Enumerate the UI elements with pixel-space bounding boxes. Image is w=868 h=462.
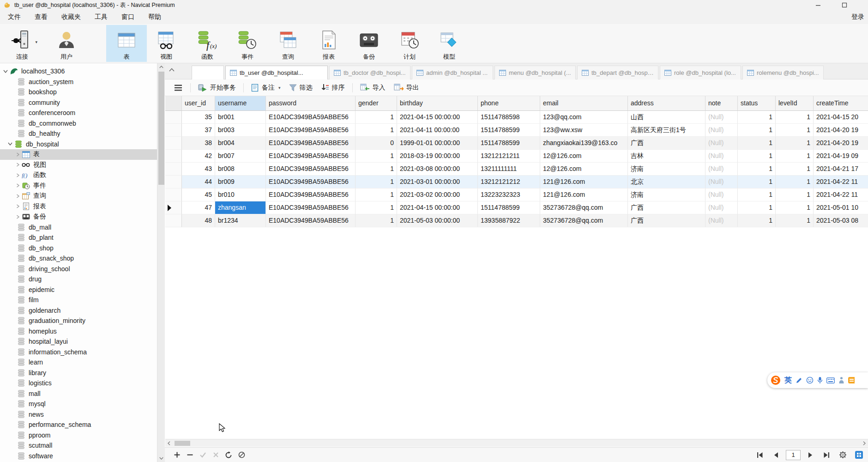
expander-icon[interactable] — [2, 69, 9, 73]
menu-收藏夹[interactable]: 收藏夹 — [54, 10, 88, 24]
cell-phone[interactable]: 13223232323 — [478, 188, 540, 201]
toolbar-connection-button[interactable]: ▾连接 — [2, 25, 42, 62]
cell-username[interactable]: br003 — [215, 124, 266, 137]
cell-username[interactable]: br010 — [215, 188, 266, 201]
tree-item-localhost_3306[interactable]: localhost_3306 — [0, 66, 157, 77]
column-header-levelId[interactable]: levelId — [776, 96, 814, 111]
next-record-button[interactable] — [804, 450, 817, 461]
tree-item-conferenceroom[interactable]: conferenceroom — [0, 108, 157, 118]
tree-item-报表[interactable]: 报表 — [0, 201, 157, 212]
tree-item-information_schema[interactable]: information_schema — [0, 347, 157, 358]
cell-status[interactable]: 1 — [738, 214, 776, 227]
cell-note[interactable]: (Null) — [705, 188, 738, 201]
cell-user_id[interactable]: 38 — [182, 137, 215, 150]
toolbar-table-button[interactable]: 表 — [106, 25, 147, 62]
row-gutter[interactable] — [165, 137, 182, 150]
row-gutter[interactable] — [165, 111, 182, 124]
cell-email[interactable]: 123@qq.com — [540, 111, 628, 124]
cell-address[interactable]: 北京 — [628, 176, 705, 188]
apply-changes-button[interactable] — [196, 450, 209, 461]
ime-microphone-icon[interactable] — [817, 377, 823, 384]
cell-createTime[interactable]: 2021-05-01 10 — [814, 201, 868, 214]
tree-item-db_plant[interactable]: db_plant — [0, 232, 157, 243]
cell-levelId[interactable]: 1 — [776, 188, 814, 201]
cell-address[interactable]: 广西 — [628, 214, 705, 227]
cell-birthday[interactable]: 2021-03-02 00:00:00 — [397, 188, 478, 201]
cell-user_id[interactable]: 35 — [182, 111, 215, 124]
cell-status[interactable]: 1 — [738, 137, 776, 150]
ime-keyboard-icon[interactable] — [826, 377, 835, 383]
expander-icon[interactable] — [6, 142, 14, 146]
cell-address[interactable]: 广西 — [628, 201, 705, 214]
tree-item-db_healthy[interactable]: db_healthy — [0, 128, 157, 139]
cell-password[interactable]: E10ADC3949BA59ABBE56 — [266, 176, 356, 188]
stop-button[interactable] — [235, 450, 248, 461]
cell-email[interactable]: 12@126.com — [540, 163, 628, 176]
cell-username[interactable]: zhangsan — [215, 201, 266, 214]
cell-birthday[interactable]: 2021-04-11 00:00:00 — [397, 124, 478, 137]
toolbar-view-button[interactable]: 视图 — [146, 25, 187, 62]
column-header-email[interactable]: email — [540, 96, 628, 111]
tree-item-software[interactable]: software — [0, 451, 157, 462]
scroll-right-icon[interactable] — [861, 440, 868, 447]
add-record-button[interactable] — [170, 450, 183, 461]
cell-user_id[interactable]: 47 — [182, 201, 215, 214]
备注-button[interactable]: 备注▾ — [247, 81, 285, 94]
expander-icon[interactable] — [14, 183, 21, 188]
cell-status[interactable]: 1 — [738, 188, 776, 201]
tree-item-db_snack_shop[interactable]: db_snack_shop — [0, 253, 157, 264]
tab-rolemenu[interactable]: rolemenu @db_hospi... — [742, 66, 824, 79]
row-gutter[interactable] — [165, 214, 182, 227]
cell-user_id[interactable]: 42 — [182, 150, 215, 163]
cell-levelId[interactable]: 1 — [776, 214, 814, 227]
tab-menu[interactable]: menu @db_hospital (... — [494, 66, 576, 79]
column-header-birthday[interactable]: birthday — [397, 96, 478, 111]
tree-item-news[interactable]: news — [0, 409, 157, 420]
expander-icon[interactable] — [14, 163, 21, 167]
cell-email[interactable]: zhangxiaokai139@163.co — [540, 137, 628, 150]
cell-status[interactable]: 1 — [738, 176, 776, 188]
toolbar-schedule-button[interactable]: 计划 — [389, 25, 430, 62]
tree-item-community[interactable]: community — [0, 97, 157, 108]
column-header-note[interactable]: note — [705, 96, 738, 111]
导出-button[interactable]: 导出 — [390, 81, 423, 94]
筛选-button[interactable]: 筛选 — [285, 81, 317, 94]
cell-password[interactable]: E10ADC3949BA59ABBE56 — [266, 150, 356, 163]
collapse-tabs-icon[interactable] — [169, 68, 175, 72]
cell-levelId[interactable]: 1 — [776, 150, 814, 163]
tab-tb_user[interactable]: tb_user @db_hospital... — [225, 66, 328, 79]
tree-item-graduation_minority[interactable]: graduation_minority — [0, 316, 157, 326]
refresh-button[interactable] — [222, 450, 235, 461]
cell-status[interactable]: 1 — [738, 201, 776, 214]
cell-gender[interactable]: 1 — [356, 111, 397, 124]
toolbar-function-button[interactable]: f(x)函数 — [187, 25, 228, 62]
cell-note[interactable]: (Null) — [705, 214, 738, 227]
scroll-left-icon[interactable] — [165, 440, 173, 447]
cell-birthday[interactable]: 2021-04-15 00:00:00 — [397, 111, 478, 124]
cell-note[interactable]: (Null) — [705, 201, 738, 214]
tree-item-db_shop[interactable]: db_shop — [0, 243, 157, 254]
toolbar-query-button[interactable]: 查询 — [268, 25, 308, 62]
cell-password[interactable]: E10ADC3949BA59ABBE56 — [266, 124, 356, 137]
dropdown-caret-icon[interactable]: ▾ — [35, 40, 37, 44]
expander-icon[interactable] — [14, 204, 21, 208]
cell-note[interactable]: (Null) — [705, 163, 738, 176]
tree-item-homeplus[interactable]: homeplus — [0, 326, 157, 337]
first-record-button[interactable] — [753, 450, 766, 461]
cell-username[interactable]: br004 — [215, 137, 266, 150]
column-header-status[interactable]: status — [738, 96, 776, 111]
cell-createTime[interactable]: 2021-04-21 17 — [814, 163, 868, 176]
cell-address[interactable]: 吉林 — [628, 150, 705, 163]
expander-icon[interactable] — [14, 173, 21, 177]
tree-item-db_commonweb[interactable]: db_commonweb — [0, 118, 157, 129]
tree-item-library[interactable]: library — [0, 368, 157, 378]
column-header-username[interactable]: username — [215, 96, 266, 111]
menu-文件[interactable]: 文件 — [1, 10, 28, 24]
cell-birthday[interactable]: 2021-03-01 00:00:00 — [397, 176, 478, 188]
ime-toolbox-icon[interactable] — [848, 376, 855, 384]
cell-user_id[interactable]: 44 — [182, 176, 215, 188]
cell-email[interactable]: 121@126.com — [540, 188, 628, 201]
column-header-phone[interactable]: phone — [478, 96, 540, 111]
cell-password[interactable]: E10ADC3949BA59ABBE56 — [266, 188, 356, 201]
row-gutter[interactable] — [165, 188, 182, 201]
